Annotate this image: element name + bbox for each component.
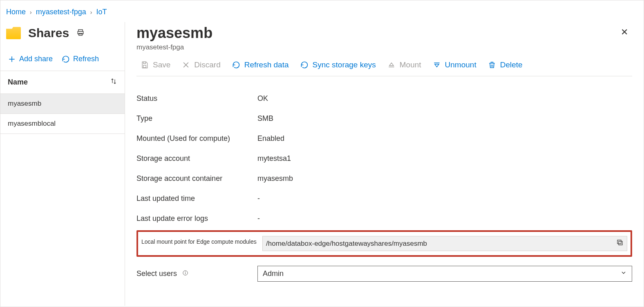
sort-icon[interactable] — [110, 78, 117, 87]
breadcrumb-item-2[interactable]: IoT — [96, 8, 107, 16]
mount-button: Mount — [387, 60, 421, 69]
detail-toolbar: Save Discard Refresh data Sync storage k… — [136, 51, 632, 76]
selectusers-dropdown[interactable]: Admin — [257, 266, 632, 282]
discard-button: Discard — [182, 60, 220, 69]
unmount-button[interactable]: Unmount — [433, 60, 476, 69]
delete-button[interactable]: Delete — [488, 60, 523, 69]
mountpoint-value: /home/databox-edge/hostgatewayshares/mya… — [266, 240, 427, 248]
name-column-header[interactable]: Name — [8, 78, 28, 87]
svg-rect-2 — [79, 33, 82, 35]
breadcrumb: Home › myasetest-fpga › IoT — [0, 0, 644, 22]
mounted-value: Enabled — [257, 134, 632, 143]
status-value: OK — [257, 94, 632, 103]
errorlogs-value: - — [257, 214, 632, 223]
delete-label: Delete — [500, 60, 523, 69]
unmount-label: Unmount — [445, 60, 476, 69]
errorlogs-label: Last update error logs — [136, 214, 257, 223]
copy-icon[interactable] — [616, 239, 624, 248]
breadcrumb-item-1[interactable]: myasetest-fpga — [36, 8, 86, 16]
container-label: Storage account container — [136, 174, 257, 183]
sync-keys-label: Sync storage keys — [313, 60, 376, 69]
breadcrumb-sep-1: › — [30, 9, 32, 16]
refresh-label: Refresh — [73, 55, 99, 63]
mountpoint-field: /home/databox-edge/hostgatewayshares/mya… — [262, 236, 627, 251]
folder-icon — [6, 27, 21, 39]
lastupdated-label: Last updated time — [136, 194, 257, 203]
sync-keys-button[interactable]: Sync storage keys — [300, 60, 376, 69]
page-title: myasesmb — [136, 24, 212, 42]
save-button: Save — [141, 60, 170, 69]
list-item[interactable]: myasesmblocal — [0, 114, 125, 134]
status-label: Status — [136, 94, 257, 103]
breadcrumb-sep-2: › — [90, 9, 92, 16]
svg-rect-6 — [143, 65, 146, 68]
chevron-down-icon — [620, 269, 627, 278]
lastupdated-value: - — [257, 194, 632, 203]
print-icon[interactable] — [76, 29, 85, 38]
svg-point-15 — [185, 271, 186, 272]
mountpoint-highlight: Local mount point for Edge compute modul… — [136, 230, 632, 257]
close-icon[interactable]: ✕ — [617, 24, 632, 40]
detail-panel: myasesmb myasetest-fpga ✕ Save Discard R… — [125, 22, 644, 306]
discard-label: Discard — [194, 60, 220, 69]
page-subtitle: myasetest-fpga — [136, 43, 212, 51]
selectusers-value: Admin — [263, 269, 284, 278]
svg-rect-12 — [617, 240, 621, 244]
save-label: Save — [153, 60, 170, 69]
type-label: Type — [136, 114, 257, 123]
mountpoint-label: Local mount point for Edge compute modul… — [141, 236, 262, 245]
refresh-data-button[interactable]: Refresh data — [232, 60, 289, 69]
type-value: SMB — [257, 114, 632, 123]
storage-account-value: mytestsa1 — [257, 154, 632, 163]
shares-panel: Shares Add share Refresh Name myasesmb m… — [0, 22, 125, 306]
svg-rect-5 — [143, 62, 146, 64]
add-share-button[interactable]: Add share — [8, 55, 53, 63]
info-icon[interactable] — [182, 270, 188, 276]
shares-title: Shares — [28, 26, 69, 40]
list-item[interactable]: myasesmb — [0, 94, 125, 114]
add-share-label: Add share — [19, 55, 53, 63]
svg-rect-11 — [619, 241, 622, 245]
mounted-label: Mounted (Used for compute) — [136, 134, 257, 143]
container-value: myasesmb — [257, 174, 632, 183]
breadcrumb-home[interactable]: Home — [6, 8, 26, 16]
selectusers-label: Select users — [136, 269, 257, 278]
refresh-data-label: Refresh data — [244, 60, 289, 69]
mount-label: Mount — [400, 60, 421, 69]
refresh-button[interactable]: Refresh — [62, 55, 99, 63]
storage-account-label: Storage account — [136, 154, 257, 163]
